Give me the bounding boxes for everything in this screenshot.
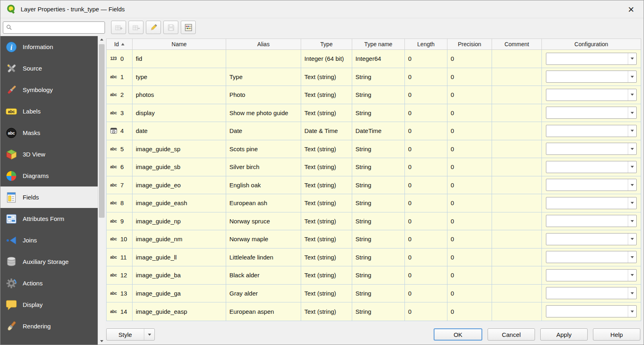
cell-type[interactable]: Text (string) <box>301 212 352 231</box>
cell-comment[interactable] <box>492 249 542 267</box>
cell-comment[interactable] <box>492 104 542 122</box>
cell-comment[interactable] <box>492 230 542 249</box>
cell-type[interactable]: Text (string) <box>301 249 352 267</box>
cell-type_name[interactable]: String <box>352 230 405 249</box>
cell-precision[interactable]: 0 <box>447 104 492 122</box>
cell-id[interactable]: abc11 <box>107 249 133 267</box>
cell-length[interactable]: 0 <box>405 212 447 231</box>
cell-id[interactable]: 4 <box>107 122 133 140</box>
cell-length[interactable]: 0 <box>405 176 447 195</box>
cell-id[interactable]: abc2 <box>107 86 133 104</box>
cell-name[interactable]: image_guide_eash <box>133 194 226 212</box>
cell-type_name[interactable]: String <box>352 104 405 122</box>
cell-name[interactable]: image_guide_sb <box>133 158 226 176</box>
cell-comment[interactable] <box>492 140 542 159</box>
cell-id[interactable]: abc12 <box>107 266 133 285</box>
scrollbar-down-icon[interactable] <box>98 338 105 345</box>
cell-precision[interactable]: 0 <box>447 140 492 159</box>
cell-comment[interactable] <box>492 50 542 68</box>
sidebar-item-3d-view[interactable]: 3D View <box>0 144 98 165</box>
cell-id[interactable]: abc13 <box>107 285 133 303</box>
configuration-dropdown[interactable] <box>546 161 637 173</box>
cell-id[interactable]: abc1 <box>107 68 133 86</box>
cell-name[interactable]: image_guide_ga <box>133 285 226 303</box>
cell-type_name[interactable]: String <box>352 266 405 285</box>
scrollbar-thumb[interactable] <box>99 44 105 218</box>
cell-name[interactable]: image_guide_ba <box>133 266 226 285</box>
cell-type[interactable]: Text (string) <box>301 158 352 176</box>
cell-name[interactable]: image_guide_easp <box>133 302 226 321</box>
cell-alias[interactable]: Scots pine <box>226 140 301 159</box>
column-header-comment[interactable]: Comment <box>492 39 542 49</box>
configuration-dropdown[interactable] <box>546 143 637 155</box>
cell-comment[interactable] <box>492 285 542 303</box>
configuration-dropdown[interactable] <box>546 179 637 191</box>
cell-type[interactable]: Date & Time <box>301 122 352 140</box>
cell-type_name[interactable]: String <box>352 86 405 104</box>
column-header-alias[interactable]: Alias <box>226 39 301 49</box>
cell-type_name[interactable]: String <box>352 249 405 267</box>
cell-length[interactable]: 0 <box>405 68 447 86</box>
sidebar-item-labels[interactable]: abcLabels <box>0 101 98 122</box>
cell-length[interactable]: 0 <box>405 194 447 212</box>
field-calculator-button[interactable] <box>181 21 196 34</box>
sidebar-item-diagrams[interactable]: Diagrams <box>0 165 98 186</box>
sidebar-item-masks[interactable]: abcMasks <box>0 122 98 144</box>
cell-comment[interactable] <box>492 212 542 231</box>
configuration-dropdown[interactable] <box>546 287 637 299</box>
cell-type_name[interactable]: String <box>352 176 405 195</box>
cell-precision[interactable]: 0 <box>447 158 492 176</box>
cell-precision[interactable]: 0 <box>447 68 492 86</box>
cell-id[interactable]: abc8 <box>107 194 133 212</box>
cell-alias[interactable]: Black alder <box>226 266 301 285</box>
column-header-length[interactable]: Length <box>405 39 447 49</box>
cell-id[interactable]: abc3 <box>107 104 133 122</box>
cell-type_name[interactable]: String <box>352 194 405 212</box>
cell-type_name[interactable]: DateTime <box>352 122 405 140</box>
cell-precision[interactable]: 0 <box>447 230 492 249</box>
sidebar-item-source[interactable]: Source <box>0 58 98 79</box>
cell-id[interactable]: abc9 <box>107 212 133 231</box>
cell-id[interactable]: abc6 <box>107 158 133 176</box>
cell-comment[interactable] <box>492 176 542 195</box>
cell-length[interactable]: 0 <box>405 249 447 267</box>
cell-type[interactable]: Text (string) <box>301 140 352 159</box>
apply-button[interactable]: Apply <box>540 328 588 341</box>
cell-precision[interactable]: 0 <box>447 194 492 212</box>
sidebar-item-joins[interactable]: Joins <box>0 229 98 251</box>
configuration-dropdown[interactable] <box>546 71 637 83</box>
cell-name[interactable]: image_guide_nm <box>133 230 226 249</box>
cell-alias[interactable] <box>226 50 301 68</box>
cell-type_name[interactable]: Integer64 <box>352 50 405 68</box>
cell-length[interactable]: 0 <box>405 266 447 285</box>
cell-type[interactable]: Text (string) <box>301 285 352 303</box>
configuration-dropdown[interactable] <box>546 215 637 227</box>
cell-comment[interactable] <box>492 302 542 321</box>
style-button[interactable]: Style <box>106 328 155 341</box>
cell-alias[interactable]: European ash <box>226 194 301 212</box>
cell-alias[interactable]: English oak <box>226 176 301 195</box>
cell-type[interactable]: Text (string) <box>301 230 352 249</box>
help-button[interactable]: Help <box>593 328 640 341</box>
delete-field-button[interactable] <box>128 21 143 34</box>
cell-type_name[interactable]: String <box>352 68 405 86</box>
sidebar-item-auxiliary-storage[interactable]: Auxiliary Storage <box>0 251 98 272</box>
cell-alias[interactable]: Littleleafe linden <box>226 249 301 267</box>
cell-id[interactable]: 1230 <box>107 50 133 68</box>
configuration-dropdown[interactable] <box>546 197 637 209</box>
cell-type[interactable]: Text (string) <box>301 176 352 195</box>
cell-type[interactable]: Text (string) <box>301 68 352 86</box>
cell-comment[interactable] <box>492 86 542 104</box>
column-header-precision[interactable]: Precision <box>447 39 492 49</box>
cell-id[interactable]: abc7 <box>107 176 133 195</box>
cell-length[interactable]: 0 <box>405 104 447 122</box>
configuration-dropdown[interactable] <box>546 305 637 317</box>
sidebar-item-attributes-form[interactable]: Attributes Form <box>0 208 98 229</box>
cell-comment[interactable] <box>492 266 542 285</box>
configuration-dropdown[interactable] <box>546 107 637 119</box>
configuration-dropdown[interactable] <box>546 53 637 65</box>
cell-name[interactable]: image_guide_np <box>133 212 226 231</box>
cell-comment[interactable] <box>492 122 542 140</box>
cell-length[interactable]: 0 <box>405 122 447 140</box>
cell-precision[interactable]: 0 <box>447 285 492 303</box>
